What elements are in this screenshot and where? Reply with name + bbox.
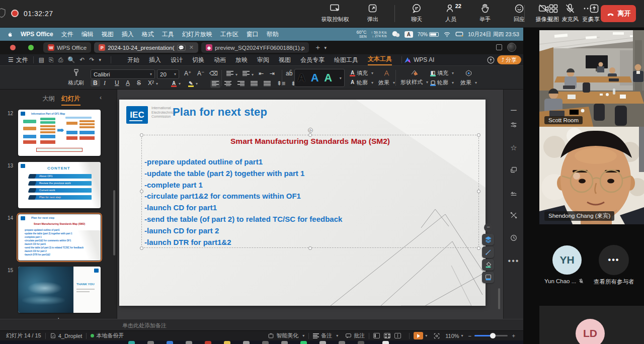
rail-favorites-icon[interactable]: ☆ <box>504 143 524 152</box>
resize-handle[interactable] <box>140 246 143 250</box>
tab-preview-doc[interactable]: ◆ preview_SQ2024YFF0600188(1).p <box>201 42 309 53</box>
highlight-color-button[interactable]: ✎▾ <box>188 79 198 87</box>
shape-outline-button[interactable]: ▢轮廓▾ <box>430 79 454 87</box>
decrease-font-icon[interactable]: A⁻ <box>197 70 204 77</box>
apple-logo-icon[interactable] <box>7 31 14 38</box>
menu-slideshow[interactable]: 幻灯片放映 <box>182 30 212 39</box>
italic-button[interactable]: I <box>104 79 106 87</box>
menu-view[interactable]: 视图 <box>102 30 114 39</box>
slide-canvas[interactable]: IEC InternationalElectrotechnicalCommiss… <box>119 100 486 306</box>
traffic-zoom-button[interactable] <box>28 45 34 50</box>
numbered-list-icon[interactable]: ▾ <box>243 70 254 77</box>
justify-button[interactable] <box>251 80 258 88</box>
canvas-scrollbar[interactable] <box>498 288 500 309</box>
view-all-participants-button[interactable]: ••• <box>599 245 629 275</box>
strikethrough-button[interactable]: S <box>137 79 141 87</box>
font-family-select[interactable]: Calibri▾ <box>91 69 155 79</box>
play-options-chevron-icon[interactable]: ▾ <box>425 333 427 338</box>
menu-insert[interactable]: 插入 <box>122 30 134 39</box>
menubar-datetime[interactable]: 10月24日 周四 23:53 <box>468 31 519 38</box>
menu-tools[interactable]: 工具 <box>162 30 174 39</box>
sorter-view-button[interactable] <box>384 333 390 338</box>
slide-title[interactable]: Plan for next step <box>173 106 267 119</box>
font-size-select[interactable]: 20▾ <box>157 69 179 79</box>
line-spacing-up-icon[interactable]: ⇞≡ <box>277 80 285 87</box>
bold-button[interactable]: B <box>91 79 100 87</box>
ribbon-tab-text-tools[interactable]: 文本工具 <box>368 55 392 65</box>
minibar-collapse-button[interactable]: − <box>484 223 493 232</box>
slide-thumbnail-13[interactable]: CONTENT About OF1 Review the previous wo… <box>18 162 101 208</box>
quick-access-chevron-icon[interactable]: ▾ <box>99 57 101 62</box>
zoom-slider-knob[interactable] <box>490 333 496 338</box>
file-menu-button[interactable]: ☰ 文件 <box>8 56 28 64</box>
local-backup-status[interactable]: 本地备份开 <box>91 332 124 339</box>
font-color-button[interactable]: A▾ <box>171 79 181 87</box>
shape-style-button[interactable]: 形状样式▾ <box>400 78 428 86</box>
avatar-yh[interactable]: YH <box>552 245 582 275</box>
video-tile-scott-room[interactable]: Scott Room <box>539 30 644 128</box>
bullet-list-icon[interactable]: ▾ <box>226 70 237 77</box>
slide-subtitle[interactable]: Smart Manufacturing Standards Map (SM2) <box>141 137 479 146</box>
resize-handle[interactable] <box>477 133 480 137</box>
increase-font-icon[interactable]: A⁺ <box>184 70 191 77</box>
print-icon[interactable]: ⎙ <box>58 56 63 63</box>
tab-presentation-doc[interactable]: P 2024-10-24_presentation( 💬 ✕ <box>94 42 198 53</box>
user-avatar[interactable] <box>507 43 516 52</box>
ribbon-tab-drawing-tools[interactable]: 绘图工具 <box>334 56 358 64</box>
resize-handle[interactable] <box>477 190 480 193</box>
smart-beautify-button[interactable]: 智能美化▾ <box>268 332 304 339</box>
rail-properties-icon[interactable] <box>504 121 524 131</box>
brush-button[interactable] <box>482 246 494 258</box>
decrease-indent-icon[interactable]: ⇤ <box>259 70 264 77</box>
rail-duplicate-icon[interactable] <box>504 166 524 176</box>
wechat-icon[interactable] <box>391 31 400 38</box>
ribbon-tab-view[interactable]: 视图 <box>279 56 291 64</box>
menu-edit[interactable]: 编辑 <box>82 30 94 39</box>
rail-tools-icon[interactable] <box>504 211 524 221</box>
new-tab-button[interactable]: ＋ <box>314 43 321 52</box>
ribbon-tab-home[interactable]: 开始 <box>127 56 139 64</box>
doc-name-item[interactable]: 4_Droplet <box>50 332 83 339</box>
align-right-button[interactable] <box>237 80 245 88</box>
reading-view-button[interactable] <box>394 333 401 338</box>
redo-icon[interactable]: ↷ <box>89 56 94 63</box>
traffic-minimize-button[interactable] <box>19 45 25 50</box>
zoom-in-button[interactable]: ＋ <box>511 332 516 339</box>
fit-slide-icon[interactable] <box>433 332 440 339</box>
rail-signature-icon[interactable] <box>504 189 524 199</box>
menubar-app-name[interactable]: WPS Office <box>21 31 53 38</box>
thumbnail-scrollbar[interactable] <box>113 190 115 255</box>
shape-effect-button[interactable]: 效果▾ <box>460 79 477 87</box>
zoom-chevron-icon[interactable]: ▾ <box>461 333 463 338</box>
slide-body-text[interactable]: -prepare updated outline of part1 -updat… <box>144 156 342 248</box>
tab-wps-home[interactable]: W WPS Office <box>43 42 91 53</box>
tab-comment-icon[interactable]: 💬 <box>177 45 186 51</box>
ribbon-tab-slideshow[interactable]: 放映 <box>235 56 248 64</box>
ribbon-tab-transition[interactable]: 切换 <box>192 56 204 64</box>
slide-thumbnail-15[interactable]: THANK YOU <box>18 267 101 313</box>
character-border-icon[interactable]: A̲ <box>126 79 130 87</box>
mac-dock-strip[interactable] <box>0 340 523 344</box>
ribbon-tab-insert[interactable]: 插入 <box>149 56 161 64</box>
rail-more-icon[interactable]: ••• <box>504 256 524 266</box>
layers-button[interactable] <box>482 234 494 245</box>
participants-button[interactable]: 22 人员 <box>436 3 465 23</box>
underline-button[interactable]: U <box>115 79 119 87</box>
tab-outline[interactable]: 大纲 <box>42 95 55 103</box>
text-style-gallery[interactable]: A A A ▾ <box>294 69 345 87</box>
align-left-button[interactable] <box>210 80 220 88</box>
clear-format-icon[interactable]: ⌫ <box>209 70 218 77</box>
distribute-button[interactable] <box>264 80 271 88</box>
increase-indent-icon[interactable]: ⇥ <box>270 70 275 77</box>
resize-handle[interactable] <box>477 246 480 250</box>
zoom-out-button[interactable]: − <box>468 333 471 339</box>
cloud-sync-icon[interactable] <box>487 56 495 64</box>
text-effect-button[interactable]: 效果▾ <box>378 79 395 87</box>
popout-button[interactable]: 弹出 <box>358 3 387 23</box>
get-control-button[interactable]: 获取控制权 <box>317 3 353 23</box>
save-icon[interactable]: ▤ <box>39 56 44 63</box>
zoom-level[interactable]: 110% <box>445 333 459 339</box>
camera-toggle-button[interactable]: 摄像头 <box>529 3 558 23</box>
normal-view-button[interactable] <box>373 333 380 338</box>
raise-hand-button[interactable]: 举手 <box>470 3 500 23</box>
